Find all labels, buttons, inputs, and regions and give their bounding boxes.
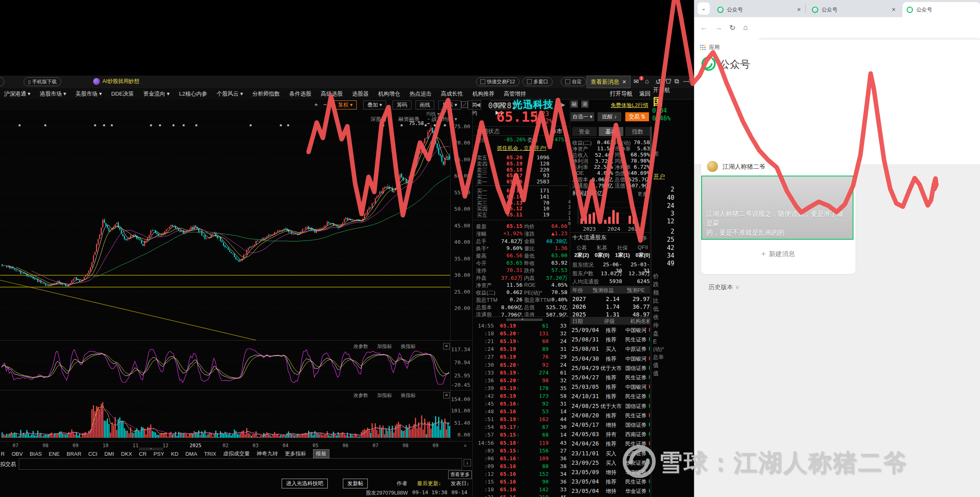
indicator-tab-PSY[interactable]: PSY [153,451,164,457]
toolbar-复权[interactable]: 复权 ▾ [334,100,357,109]
watchlist-button[interactable]: 自选一 ▾ [571,112,594,121]
l2-promo-link[interactable]: 免费体验L2行情 [611,102,648,109]
tick-scroll-up-icon[interactable]: ▲ [521,317,524,321]
toolbar-叠加[interactable]: 叠加 ▾ [363,100,386,109]
holder-count: 0家(0) [593,252,611,259]
view-new-message-popup[interactable]: 查看新消息✕ [587,76,631,88]
menu-item-分析师指数[interactable]: 分析师指数 [252,90,280,98]
prev-stock-arrow[interactable]: ◀ [476,101,480,108]
indicator-tab-BIAS[interactable]: BIAS [30,451,42,457]
menu-item-选股器[interactable]: 选股器 [352,90,369,98]
quick-trade-button[interactable]: 快速交易F12 [476,77,520,86]
skin-icon[interactable] [665,78,671,84]
enter-stock-bar-button[interactable]: 进入光迅科技吧 [282,479,328,488]
new-message-button[interactable]: ＋ 新建消息 [701,249,853,259]
browser-tab-3[interactable]: 公众号 [902,2,980,17]
menu-item-资金流向[interactable]: 资金流向 ▾ [143,90,170,98]
apps-grid-icon[interactable] [700,45,706,50]
maximize-icon[interactable]: □ [689,78,692,84]
menu-item-高级选股[interactable]: 高级选股 [321,90,343,98]
ai-promo[interactable]: AI炒股就用妙想 [93,78,139,85]
browser-forward-icon[interactable]: → [715,23,722,32]
sort-last-update[interactable]: 最后更新↓ [417,480,441,487]
browser-reload-icon[interactable]: ↻ [729,23,736,32]
home-icon[interactable]: ⌂ [645,78,649,85]
indicator-tab-CR[interactable]: CR [139,451,147,457]
browser-home-icon[interactable]: ⌂ [743,23,748,32]
custom-layout-button[interactable]: 自定 [561,77,586,86]
message-icon[interactable]: ✉ [633,78,639,85]
close-icon[interactable]: ✕ [622,79,627,85]
multi-window-button[interactable]: 多窗口 [522,77,553,86]
open-account-promo[interactable]: 抓住机会，立刻开户! [473,145,570,152]
menu-item-高管增持[interactable]: 高管增持 [504,90,526,98]
fin-tab-基本[interactable]: 基本 [599,127,623,136]
indicator-tab-ENE[interactable]: ENE [49,451,60,457]
dock-icon[interactable]: ⤓ [464,459,471,466]
axis-more-icon[interactable]: » [464,442,467,448]
selected-cover-image[interactable]: 江湖人称猪二爷说股之，随便说说，要是准了就是蒙 的，要是不准就是乱画的的 [701,176,853,240]
indicator-tab-DKX[interactable]: DKX [121,451,132,457]
badge-港[interactable]: 港 [581,100,589,108]
zoom-out-button[interactable]: − [323,101,327,108]
fin-scroll-thumb[interactable] [650,127,652,172]
indicator-tab-KD[interactable]: KD [171,451,178,457]
menu-item-港股市场[interactable]: 港股市场 ▾ [40,90,67,98]
forum-username[interactable]: 股友297079L88W [366,489,408,497]
menu-item-美股市场[interactable]: 美股市场 ▾ [76,90,102,98]
tab-close-icon[interactable]: ✕ [797,7,801,13]
fin-tab-资金[interactable]: 资金 [572,127,597,136]
menu-item-个股风云[interactable]: 个股风云 ▾ [217,90,243,98]
menu-item-高成长性[interactable]: 高成长性 [441,90,463,98]
indicator-tab-虚拟成交量[interactable]: 虚拟成交量 [223,450,250,457]
tab-close-icon[interactable]: ✕ [891,7,896,13]
indicator-tab-CCI[interactable]: CCI [88,451,97,457]
draft-card[interactable]: 江湖人称猪二爷 江湖人称猪二爷说股之，随便说说，要是准了就是蒙 的，要是不准就是… [701,157,856,274]
alert-button[interactable]: 提醒 ♪ [598,112,621,121]
next-stock-arrow[interactable]: ▶ [561,101,565,108]
menu-item-L2核心内参[interactable]: L2核心内参 [179,90,207,98]
badge-融[interactable]: 融 [571,100,578,108]
new-post-button[interactable]: 发新帖 [343,479,368,488]
trade-button[interactable]: 交易 ⇅ [625,112,649,121]
indicator-tab-模板[interactable]: 模板 [313,449,329,458]
toolbar-显示[interactable]: 显示 ▾ [438,100,461,109]
menu-item-机构推荐[interactable]: 机构推荐 [472,90,494,98]
collapse-handle[interactable]: ▼ [139,448,163,450]
browser-back-icon[interactable]: ← [700,23,708,32]
indicator-tab-神奇九转[interactable]: 神奇九转 [257,450,278,457]
indicator-tab-R[interactable]: R [1,451,4,457]
browser-tab-2[interactable]: 公众号✕ [808,2,900,17]
indicator-tab-DMI[interactable]: DMI [104,451,114,457]
indicator-tab-更多指标[interactable]: 更多指标 [285,450,306,457]
holders-more[interactable]: 更多 [638,235,647,242]
browser-tab-1[interactable]: 公众号✕ [713,2,805,17]
download-pill[interactable]: ▯手机版下载 [24,77,61,86]
fullscreen-icon[interactable]: ⤢ [461,101,468,108]
bookmark-apps[interactable]: 应用 [709,44,720,51]
open-nav-button[interactable]: 打开导航 [610,90,633,98]
indicator-tab-TRIX[interactable]: TRIX [204,451,216,457]
view-more-button[interactable]: 查看更多 [448,470,472,479]
back-button[interactable]: 返回 [639,90,651,98]
toolbar-画线[interactable]: 画线 [416,100,434,109]
menu-item-热点追击[interactable]: 热点追击 [409,90,431,98]
history-version-toggle[interactable]: 历史版本 ∨ [709,283,740,291]
tab-search-chevron[interactable]: ⌄ [698,2,710,15]
tick-count: 33 [552,323,567,329]
sort-post-date[interactable]: 发表日↓ [451,480,469,487]
cascade-windows-icon[interactable]: ⧉ [674,78,679,85]
indicator-tab-OBV[interactable]: OBV [11,451,22,457]
menu-item-条件选股[interactable]: 条件选股 [289,90,311,98]
indicator-tab-DMA[interactable]: DMA [185,451,197,457]
toolbar-筹码[interactable]: 筹码 [393,100,411,109]
menu-item-沪深港通[interactable]: 沪深港通 ▾ [4,90,31,98]
indicator-tab-BRAR[interactable]: BRAR [67,451,81,457]
minimize-icon[interactable]: — [683,78,689,84]
zoom-in-button[interactable]: + [314,101,318,108]
menu-item-机构增仓[interactable]: 机构增仓 [378,90,400,98]
fin-scroll-track[interactable] [650,127,652,497]
sim-trading-label[interactable]: 拟交易 [0,461,16,468]
fin-tab-指数[interactable]: 指数 [625,127,650,136]
menu-item-DDE决策[interactable]: DDE决策 [111,90,134,98]
